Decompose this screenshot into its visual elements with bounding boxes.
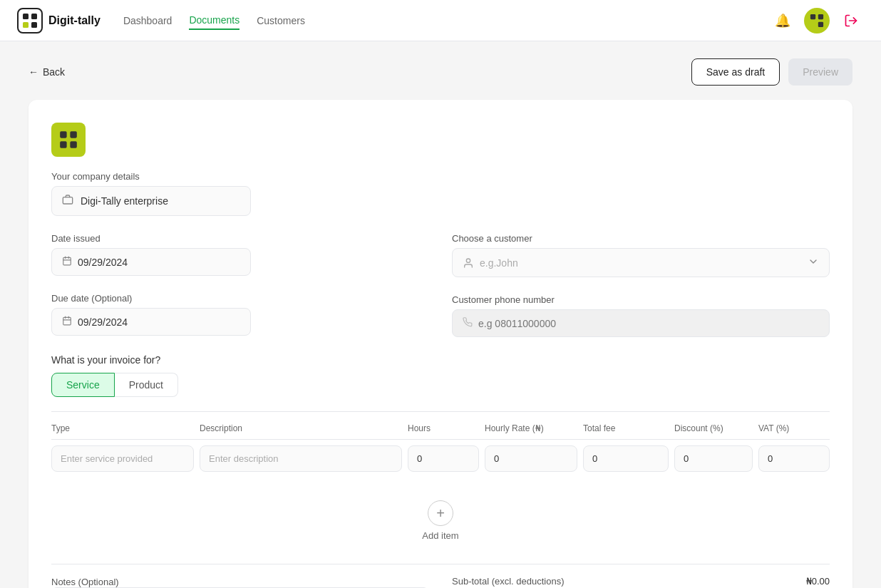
hours-input[interactable] [408, 445, 479, 472]
app-logo[interactable]: Digit-tally [17, 8, 101, 33]
company-name: Digi-Tally enterprise [81, 195, 168, 207]
svg-rect-18 [63, 317, 71, 325]
invoice-for-section: What is your invoice for? Service Produc… [51, 354, 830, 397]
col-description: Description [200, 423, 402, 433]
company-logo [51, 123, 86, 157]
form-two-col: Date issued [51, 233, 830, 354]
phone-label: Customer phone number [452, 294, 830, 305]
notes-label: Notes (Optional) [51, 577, 119, 587]
nav-customers[interactable]: Customers [257, 12, 305, 29]
preview-button: Preview [788, 58, 852, 86]
invoice-type-toggle: Service Product [51, 373, 830, 397]
svg-rect-4 [810, 14, 815, 19]
back-arrow-icon: ← [29, 66, 38, 78]
due-date-wrapper [51, 308, 251, 336]
svg-rect-1 [31, 14, 37, 19]
svg-point-22 [466, 259, 470, 262]
back-link[interactable]: ← Back [29, 66, 65, 78]
product-tab[interactable]: Product [115, 373, 178, 397]
phone-icon [463, 317, 473, 329]
company-details-label: Your company details [51, 171, 830, 182]
date-issued-label: Date issued [51, 233, 308, 244]
nav-links: Dashboard Documents Customers [123, 11, 747, 30]
table-header: Type Description Hours Hourly Rate (₦) T… [51, 423, 830, 440]
svg-rect-6 [810, 21, 815, 26]
svg-rect-14 [63, 257, 71, 265]
svg-rect-10 [70, 131, 76, 138]
col-discount: Discount (%) [674, 423, 753, 433]
add-item-section: + Add item [51, 489, 830, 552]
left-col: Date issued [51, 233, 308, 353]
logout-button[interactable] [838, 8, 864, 33]
type-input[interactable] [51, 445, 194, 472]
right-col: Choose a customer e.g.John [452, 233, 830, 354]
bottom-section: Notes (Optional) Sub-total (excl. deduct… [51, 576, 830, 588]
due-date-input[interactable] [78, 316, 240, 328]
date-issued-input[interactable] [78, 257, 240, 268]
customer-label: Choose a customer [452, 233, 830, 244]
svg-rect-9 [60, 131, 66, 138]
col-type: Type [51, 423, 194, 433]
save-draft-button[interactable]: Save as draft [691, 58, 780, 86]
due-date-label: Due date (Optional) [51, 293, 308, 304]
add-item-button[interactable]: + [428, 500, 453, 526]
company-input-wrapper: Digi-Tally enterprise [51, 186, 251, 216]
due-date-section: Due date (Optional) [51, 293, 308, 336]
svg-rect-3 [31, 22, 37, 28]
discount-input[interactable] [674, 445, 753, 472]
nav-right: 🔔 [770, 8, 864, 33]
phone-input[interactable] [478, 318, 819, 329]
description-input[interactable] [200, 445, 402, 472]
customer-select-left: e.g.John [463, 257, 518, 269]
subtotal-label: Sub-total (excl. deductions) [452, 576, 565, 587]
back-bar: ← Back Save as draft Preview [29, 58, 852, 86]
company-details-section: Your company details Digi-Tally enterpri… [51, 171, 830, 216]
col-total-fee: Total fee [583, 423, 669, 433]
svg-rect-7 [818, 21, 823, 26]
vat-input[interactable] [758, 445, 830, 472]
notification-button[interactable]: 🔔 [770, 8, 795, 33]
col-hourly-rate: Hourly Rate (₦) [485, 423, 577, 433]
btn-group: Save as draft Preview [691, 58, 852, 86]
briefcase-icon [62, 194, 73, 208]
svg-rect-11 [60, 141, 66, 148]
phone-wrapper [452, 309, 830, 337]
subtotal-value: ₦0.00 [806, 576, 830, 587]
back-label: Back [43, 66, 65, 78]
subtotal-row: Sub-total (excl. deductions) ₦0.00 [452, 576, 830, 587]
total-fee-input[interactable] [583, 445, 669, 472]
calendar-icon-issued [62, 256, 72, 268]
nav-dashboard[interactable]: Dashboard [123, 12, 172, 29]
svg-rect-0 [23, 14, 29, 19]
col-vat: VAT (%) [758, 423, 830, 433]
add-item-label: Add item [422, 530, 458, 541]
svg-rect-5 [818, 14, 823, 19]
calendar-icon-due [62, 316, 72, 328]
service-tab[interactable]: Service [51, 373, 115, 397]
totals-section: Sub-total (excl. deductions) ₦0.00 Total… [452, 576, 830, 588]
date-issued-wrapper [51, 248, 251, 276]
table-row [51, 445, 830, 472]
svg-rect-12 [70, 141, 76, 148]
svg-rect-2 [23, 22, 29, 28]
invoice-card: Your company details Digi-Tally enterpri… [29, 100, 852, 588]
page-wrapper: ← Back Save as draft Preview Your compan… [0, 41, 881, 588]
logo-icon [17, 8, 43, 33]
divider [51, 411, 830, 412]
user-avatar-button[interactable] [804, 8, 830, 33]
invoice-for-label: What is your invoice for? [51, 354, 830, 366]
line-items-table: Type Description Hours Hourly Rate (₦) T… [51, 423, 830, 472]
notes-section: Notes (Optional) [51, 576, 429, 588]
nav-documents[interactable]: Documents [189, 11, 239, 30]
customer-section: Choose a customer e.g.John [452, 233, 830, 277]
svg-rect-13 [63, 197, 72, 204]
divider-2 [51, 564, 830, 564]
app-name: Digit-tally [48, 14, 101, 27]
chevron-down-icon [808, 256, 819, 269]
hourly-rate-input[interactable] [485, 445, 577, 472]
customer-select[interactable]: e.g.John [452, 248, 830, 277]
navbar: Digit-tally Dashboard Documents Customer… [0, 0, 881, 41]
date-issued-section: Date issued [51, 233, 308, 276]
col-hours: Hours [408, 423, 479, 433]
customer-placeholder: e.g.John [480, 257, 518, 269]
